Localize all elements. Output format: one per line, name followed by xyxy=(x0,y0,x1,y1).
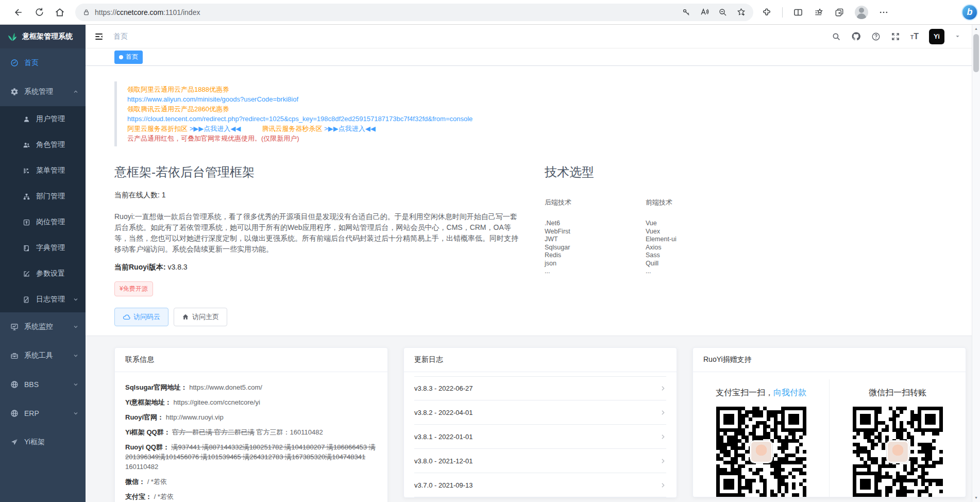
copilot-icon[interactable]: b xyxy=(961,4,978,21)
scrollbar-thumb[interactable] xyxy=(973,34,979,72)
changelog-item-label: v3.8.2 - 2022-04-01 xyxy=(414,409,472,416)
tab-copy-icon[interactable] xyxy=(834,7,844,18)
sidebar-item-post-mgmt[interactable]: 岗位管理 xyxy=(0,209,86,235)
scroll-down-arrow[interactable]: ▼ xyxy=(972,494,980,501)
visit-gitee-button[interactable]: 访问码云 xyxy=(114,308,168,326)
sidebar-item-monitor[interactable]: 系统监控 xyxy=(0,312,86,341)
sidebar-item-user-mgmt[interactable]: 用户管理 xyxy=(0,106,86,132)
chevron-down-icon xyxy=(73,353,79,359)
page-title: 意框架-若依后台管理框架 xyxy=(114,164,521,180)
tag-home[interactable]: 首页 xyxy=(114,51,143,64)
sidebar-item-erp[interactable]: ERP xyxy=(0,399,86,428)
font-size-icon[interactable]: TT xyxy=(910,32,919,41)
chevron-down-icon xyxy=(73,381,79,388)
contact-row: 支付宝： / *若依 xyxy=(125,492,377,501)
changelog-item[interactable]: v3.7.0 - 2021-09-13 xyxy=(414,473,666,497)
changelog-card-title: 更新日志 xyxy=(404,348,677,372)
changelog-item[interactable]: v3.8.3 - 2022-06-27 xyxy=(414,376,666,400)
yi-gitee-link[interactable]: https://gitee.com/ccnetcore/yi xyxy=(173,398,260,406)
alipay-pay-link[interactable]: 向我付款 xyxy=(773,388,806,397)
donate-body: 支付宝扫一扫，向我付款 微信扫一扫转账 xyxy=(693,372,966,497)
sidebar-item-bbs[interactable]: BBS xyxy=(0,370,86,399)
search-icon[interactable] xyxy=(832,32,841,41)
sidebar-menu: 首页 系统管理 用户管理 角色管理 xyxy=(0,48,86,502)
aliyun-discount-label[interactable]: 阿里云服务器折扣区 xyxy=(127,125,188,132)
chevron-right-icon xyxy=(660,482,666,489)
read-aloud-icon[interactable] xyxy=(700,7,709,17)
address-bar[interactable]: https://ccnetcore.com:1101/index xyxy=(75,4,753,21)
changelog-item[interactable]: v3.8.0 - 2021-12-01 xyxy=(414,449,666,473)
sidebar-item-system[interactable]: 系统管理 xyxy=(0,77,86,106)
scroll-up-arrow[interactable]: ▲ xyxy=(972,25,980,32)
breadcrumb[interactable]: 首页 xyxy=(113,32,128,41)
free-open-source-tag: ¥免费开源 xyxy=(114,281,153,296)
sqlsugar-site-link[interactable]: https://www.donet5.com/ xyxy=(189,383,262,391)
cards-row: 联系信息 Sqlsugar官网地址： https://www.donet5.co… xyxy=(86,336,980,502)
sidebar-item-param-settings[interactable]: 参数设置 xyxy=(0,261,86,287)
github-icon[interactable] xyxy=(851,31,861,41)
sidebar-item-menu-mgmt[interactable]: 菜单管理 xyxy=(0,158,86,183)
wechat-column: 微信扫一扫转账 xyxy=(829,379,966,497)
changelog-list: v3.8.3 - 2022-06-27 v3.8.2 - 2022-04-01 … xyxy=(404,372,677,497)
collections-icon[interactable] xyxy=(814,7,824,18)
browser-home-button[interactable] xyxy=(49,2,70,23)
help-icon[interactable] xyxy=(871,32,881,41)
ruoyi-qq-group-open: 160110482 xyxy=(125,463,158,471)
contact-row: Ruoyi官网： http://www.ruoyi.vip xyxy=(125,412,377,422)
online-label: 当前在线人数: xyxy=(114,191,160,199)
sidebar-item-label: 菜单管理 xyxy=(36,166,65,175)
aliyun-url-link[interactable]: https://www.aliyun.com/minisite/goods?us… xyxy=(127,95,298,103)
tag-label: 首页 xyxy=(126,53,138,61)
aliyun-enter-link[interactable]: >▶▶点我进入◀◀ xyxy=(190,125,241,132)
sidebar-item-log-mgmt[interactable]: 日志管理 xyxy=(0,287,86,312)
paper-plane-icon xyxy=(10,438,19,446)
fullscreen-icon[interactable] xyxy=(891,32,900,41)
zoom-out-icon[interactable] xyxy=(718,8,728,17)
globe-icon xyxy=(10,380,19,389)
sidebar-item-dict-mgmt[interactable]: 字典管理 xyxy=(0,235,86,261)
sidebar-item-yi-framework[interactable]: Yi框架 xyxy=(0,428,86,457)
split-screen-icon[interactable] xyxy=(793,7,803,18)
extensions-icon[interactable] xyxy=(762,7,772,18)
tencent-url-link[interactable]: https://cloud.tencent.com/redirect.php?r… xyxy=(127,115,472,123)
changelog-item[interactable]: v3.8.2 - 2022-04-01 xyxy=(414,400,666,425)
sidebar-item-label: 部门管理 xyxy=(36,192,65,201)
password-key-icon[interactable] xyxy=(682,8,691,17)
ruoyi-site-link[interactable]: http://www.ruoyi.vip xyxy=(166,413,224,421)
browser-profile-avatar[interactable] xyxy=(855,6,868,19)
online-count-row: 当前在线人数: 1 xyxy=(114,191,521,200)
sidebar-item-tools[interactable]: 系统工具 xyxy=(0,341,86,370)
sidebar-item-label: 系统工具 xyxy=(24,351,53,360)
contact-label: 支付宝： xyxy=(125,493,152,500)
user-menu-caret-icon[interactable] xyxy=(955,34,960,39)
tencent-coupon-link[interactable]: 领取腾讯云通用云产品2860优惠券 xyxy=(127,105,229,113)
sidebar-item-home[interactable]: 首页 xyxy=(0,48,86,77)
browser-back-button[interactable] xyxy=(8,2,29,23)
aliyun-coupon-link[interactable]: 领取阿里云通用云产品1888优惠券 xyxy=(127,86,229,93)
tencent-enter-link[interactable]: >▶▶点我进入◀◀ xyxy=(324,125,376,132)
contact-row: 微信： / *若依 xyxy=(125,477,377,487)
sidebar-item-label: 首页 xyxy=(24,58,39,68)
browser-refresh-button[interactable] xyxy=(29,2,49,23)
tags-view-bar: 首页 xyxy=(86,48,980,66)
visit-homepage-button[interactable]: 访问主页 xyxy=(174,308,227,326)
sidebar-collapse-icon[interactable] xyxy=(94,31,104,42)
user-avatar[interactable]: Yi xyxy=(929,29,944,44)
screen: https://ccnetcore.com:1101/index b xyxy=(0,0,980,502)
wechat-title: 微信扫一扫转账 xyxy=(869,388,926,398)
lock-icon[interactable] xyxy=(82,8,90,16)
frontend-label: 前端技术 xyxy=(646,198,747,207)
chevron-right-icon xyxy=(660,458,666,464)
changelog-item[interactable]: v3.8.1 - 2022-01-01 xyxy=(414,425,666,449)
page-scrollbar[interactable]: ▲ ▼ xyxy=(972,25,980,502)
browser-action-icons: b xyxy=(762,4,980,21)
sidebar: 意框架管理系统 首页 系统管理 用户管理 xyxy=(0,25,86,502)
home-icon xyxy=(182,313,189,321)
sidebar-item-role-mgmt[interactable]: 角色管理 xyxy=(0,132,86,158)
favorite-add-icon[interactable] xyxy=(736,7,746,17)
tencent-seckill-label[interactable]: 腾讯云服务器秒杀区 xyxy=(262,125,322,132)
monitor-icon xyxy=(10,323,19,331)
sidebar-item-dept-mgmt[interactable]: 部门管理 xyxy=(0,183,86,209)
top-navbar: 首页 TT Yi xyxy=(86,25,980,48)
more-options-icon[interactable] xyxy=(878,7,889,18)
